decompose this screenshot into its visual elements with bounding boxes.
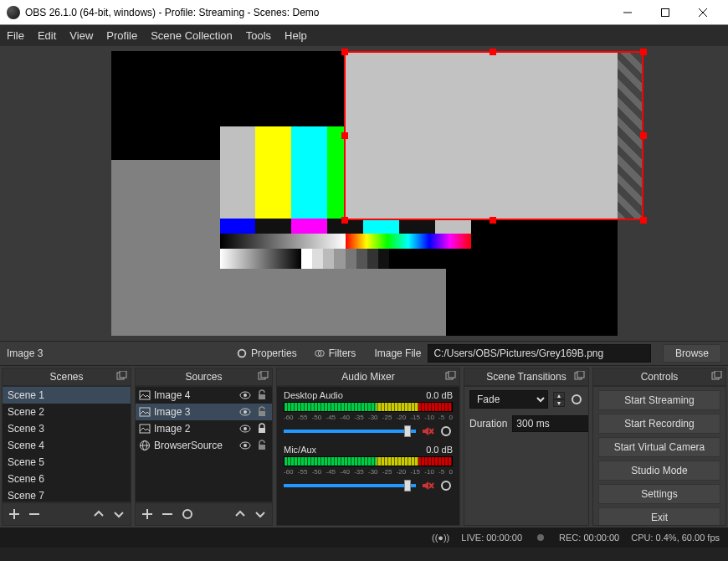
minimize-button[interactable] <box>608 0 646 25</box>
transition-gear-icon[interactable] <box>570 393 583 406</box>
svg-point-53 <box>576 399 578 401</box>
menu-help[interactable]: Help <box>285 29 307 42</box>
lock-icon[interactable] <box>255 422 269 435</box>
preview-layer-grey-2 <box>329 265 446 336</box>
transition-select[interactable]: Fade <box>469 390 548 409</box>
selection-handle-nw[interactable] <box>341 49 348 55</box>
selection-handle-e[interactable] <box>640 132 647 139</box>
eye-icon[interactable] <box>238 422 252 435</box>
selection-handle-sw[interactable] <box>341 217 348 224</box>
popout-icon[interactable] <box>710 371 722 383</box>
source-settings-icon[interactable] <box>181 507 194 521</box>
close-button[interactable] <box>684 0 721 25</box>
add-source-icon[interactable] <box>141 507 154 521</box>
image-file-label: Image File <box>374 347 421 359</box>
transition-spin[interactable]: ▴▾ <box>553 392 565 407</box>
eye-icon[interactable] <box>238 389 252 402</box>
image-icon <box>139 389 151 401</box>
svg-point-31 <box>244 444 247 447</box>
eye-icon[interactable] <box>238 439 252 452</box>
mute-icon[interactable] <box>421 479 434 492</box>
unlock-icon[interactable] <box>255 439 269 452</box>
unlock-icon[interactable] <box>255 405 269 419</box>
panel-scenes-header[interactable]: Scenes <box>2 368 131 386</box>
remove-scene-icon[interactable] <box>28 507 41 521</box>
source-down-icon[interactable] <box>254 507 267 521</box>
scene-down-icon[interactable] <box>112 507 126 521</box>
preview-area[interactable] <box>0 46 728 341</box>
sources-list[interactable]: Image 4Image 3Image 2BrowserSource <box>135 386 273 502</box>
source-name: BrowserSource <box>154 440 235 451</box>
duration-input[interactable] <box>512 415 589 432</box>
selection-handle-w[interactable] <box>341 132 348 139</box>
scene-item[interactable]: Scene 3 <box>3 420 131 437</box>
scene-item[interactable]: Scene 7 <box>3 487 131 502</box>
control-button[interactable]: Start Recording <box>598 414 720 434</box>
svg-point-44 <box>445 430 448 433</box>
channel-name: Mic/Aux <box>284 445 316 455</box>
control-button[interactable]: Settings <box>598 484 720 504</box>
menu-view[interactable]: View <box>69 29 93 42</box>
source-up-icon[interactable] <box>233 507 247 521</box>
scene-item[interactable]: Scene 2 <box>3 404 131 420</box>
svg-rect-15 <box>140 391 150 399</box>
preview-canvas[interactable] <box>111 51 618 336</box>
svg-point-37 <box>187 513 189 516</box>
browse-button[interactable]: Browse <box>663 344 721 363</box>
panel-mixer-header[interactable]: Audio Mixer <box>276 368 460 386</box>
unlock-icon[interactable] <box>255 389 269 402</box>
menu-tools[interactable]: Tools <box>246 29 271 42</box>
svg-point-25 <box>244 427 247 430</box>
maximize-button[interactable] <box>646 0 684 25</box>
eye-icon[interactable] <box>238 405 252 419</box>
popout-icon[interactable] <box>444 371 456 383</box>
source-item[interactable]: Image 3 <box>136 404 272 420</box>
remove-source-icon[interactable] <box>161 507 174 521</box>
scene-item[interactable]: Scene 5 <box>3 454 131 471</box>
source-item[interactable]: Image 2 <box>136 420 272 437</box>
filters-icon <box>314 347 326 359</box>
selection-box[interactable] <box>344 51 643 220</box>
control-button[interactable]: Studio Mode <box>598 461 720 481</box>
svg-rect-18 <box>259 394 265 399</box>
svg-rect-51 <box>577 371 584 378</box>
menubar: File Edit View Profile Scene Collection … <box>0 25 728 46</box>
filters-button[interactable]: Filters <box>309 345 361 362</box>
scenes-list[interactable]: Scene 1Scene 2Scene 3Scene 4Scene 5Scene… <box>2 386 131 502</box>
panel-controls-header[interactable]: Controls <box>592 368 726 386</box>
menu-profile[interactable]: Profile <box>106 29 137 42</box>
popout-icon[interactable] <box>573 371 585 383</box>
popout-icon[interactable] <box>257 371 269 383</box>
menu-edit[interactable]: Edit <box>38 29 56 42</box>
properties-button[interactable]: Properties <box>231 345 302 362</box>
svg-rect-19 <box>140 408 150 416</box>
source-name: Image 3 <box>154 406 235 418</box>
channel-gear-icon[interactable] <box>439 479 453 492</box>
source-item[interactable]: Image 4 <box>136 387 272 404</box>
selection-handle-n[interactable] <box>490 49 496 55</box>
selection-handle-s[interactable] <box>490 217 496 224</box>
scene-item[interactable]: Scene 1 <box>3 387 131 404</box>
channel-gear-icon[interactable] <box>439 425 453 438</box>
scene-up-icon[interactable] <box>92 507 105 521</box>
image-file-input[interactable] <box>428 344 651 363</box>
popout-icon[interactable] <box>115 371 127 383</box>
menu-file[interactable]: File <box>7 29 24 42</box>
control-button[interactable]: Exit <box>598 507 720 526</box>
add-scene-icon[interactable] <box>8 507 21 521</box>
panel-transitions-header[interactable]: Scene Transitions <box>464 368 589 386</box>
volume-slider[interactable] <box>284 430 416 433</box>
selection-handle-se[interactable] <box>640 217 647 224</box>
volume-slider[interactable] <box>284 484 416 487</box>
selection-handle-ne[interactable] <box>640 49 647 55</box>
mute-icon[interactable] <box>421 425 434 438</box>
app-logo <box>7 6 20 19</box>
control-button[interactable]: Start Virtual Camera <box>598 437 720 457</box>
context-source-name: Image 3 <box>7 347 224 359</box>
panel-sources-header[interactable]: Sources <box>135 368 273 386</box>
menu-scene-collection[interactable]: Scene Collection <box>151 29 233 42</box>
scene-item[interactable]: Scene 4 <box>3 437 131 454</box>
source-item[interactable]: BrowserSource <box>136 437 272 454</box>
control-button[interactable]: Start Streaming <box>598 390 720 410</box>
scene-item[interactable]: Scene 6 <box>3 471 131 487</box>
